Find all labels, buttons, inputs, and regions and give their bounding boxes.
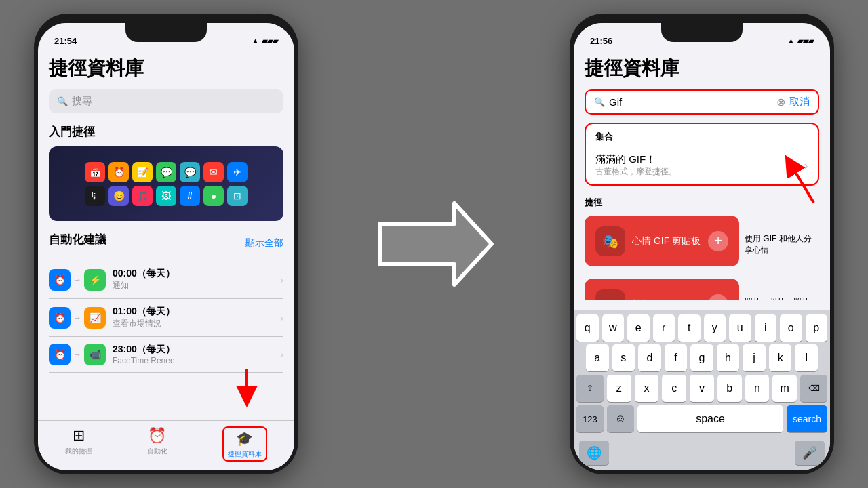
key-g[interactable]: g: [690, 344, 713, 371]
key-d[interactable]: d: [638, 344, 661, 371]
tab-my-shortcuts[interactable]: ⊞ 我的捷徑: [65, 426, 92, 456]
key-space-label: space: [696, 413, 725, 425]
key-s[interactable]: s: [612, 344, 635, 371]
left-library-title: 捷徑資料庫: [49, 56, 283, 81]
collection-item-title: 滿滿的 GIF！: [595, 153, 804, 166]
key-n[interactable]: n: [745, 375, 770, 402]
suggestions-title: 自動化建議: [49, 232, 106, 247]
suggestion-2-icons: ⏰ → 📹: [49, 344, 106, 365]
key-delete[interactable]: ⌫: [800, 375, 827, 402]
keyboard-row-2: a s d f g h j k l: [574, 344, 830, 375]
key-t[interactable]: t: [678, 314, 701, 342]
right-time: 21:56: [590, 36, 612, 46]
key-q[interactable]: q: [576, 314, 599, 342]
suggestion-1-icons: ⏰ → 📈: [49, 307, 106, 329]
key-y[interactable]: y: [704, 314, 726, 342]
key-u[interactable]: u: [729, 314, 751, 342]
suggestion-2-chevron: ›: [280, 349, 283, 360]
key-r[interactable]: r: [653, 314, 675, 342]
keyboard-row-3: ⇧ z x c v b n m ⌫: [574, 375, 830, 405]
key-space[interactable]: space: [637, 405, 783, 432]
shortcut-row-0: 🎭 心情 GIF 剪貼板 + 使用 GIF 和他人分享心情: [585, 216, 819, 273]
keyboard-row-3-inner: z x c v b n m: [607, 375, 797, 402]
show-all-button[interactable]: 顯示全部: [245, 237, 283, 249]
app-icon-notes: 📝: [132, 162, 153, 182]
suggestion-0-icons: ⏰ → ⚡: [49, 269, 106, 291]
app-icon-phone: 💬: [180, 162, 200, 182]
left-search-text: 搜尋: [72, 95, 92, 108]
key-c[interactable]: c: [662, 375, 686, 402]
key-globe[interactable]: 🌐: [579, 441, 609, 465]
shortcut-0-add[interactable]: +: [708, 231, 728, 251]
key-p[interactable]: p: [806, 314, 828, 342]
cancel-button[interactable]: 取消: [789, 96, 810, 108]
key-z[interactable]: z: [607, 375, 631, 402]
suggestion-0-info: 00:00（每天） 通知: [113, 268, 280, 291]
suggestion-1-desc: 查看市場情況: [113, 318, 280, 329]
key-l[interactable]: l: [795, 344, 818, 371]
clear-button[interactable]: ⊗: [776, 96, 785, 108]
key-x[interactable]: x: [635, 375, 659, 402]
shortcut-0-side-text: 使用 GIF 和他人分享心情: [745, 233, 819, 256]
key-j[interactable]: j: [743, 344, 766, 371]
suggestion-0-icon2: ⚡: [84, 269, 106, 291]
tab-gallery[interactable]: 🎓 捷徑資料庫: [222, 426, 267, 462]
right-phone-screen: 21:56 ▲ ▰▰▰ 捷徑資料庫 🔍 Gif ⊗ 取消 集合: [574, 23, 830, 470]
key-m[interactable]: m: [772, 375, 797, 402]
key-e[interactable]: e: [627, 314, 650, 342]
key-k[interactable]: k: [769, 344, 792, 371]
key-shift[interactable]: ⇧: [576, 375, 604, 402]
left-notch: [125, 23, 207, 42]
key-search[interactable]: search: [787, 405, 827, 432]
app-icon-messages: 💬: [156, 162, 176, 182]
right-search-text: Gif: [609, 96, 622, 108]
suggestion-item-0[interactable]: ⏰ → ⚡ 00:00（每天） 通知 ›: [49, 261, 283, 299]
key-f[interactable]: f: [665, 344, 688, 371]
suggestion-1-icon2: 📈: [84, 307, 106, 329]
suggestion-item-1[interactable]: ⏰ → 📈 01:00（每天） 查看市場情況 ›: [49, 299, 283, 337]
key-w[interactable]: w: [602, 314, 625, 342]
left-main-content: 捷徑資料庫 🔍 搜尋 入門捷徑 📅 ⏰ 📝 💬 💬: [38, 53, 294, 420]
key-h[interactable]: h: [717, 344, 740, 371]
left-wifi-icon: ▲: [252, 37, 259, 45]
tab-gallery-label: 捷徑資料庫: [228, 449, 262, 459]
app-icon-reminders: ⏰: [108, 162, 129, 182]
right-status-right: ▲ ▰▰▰: [787, 37, 814, 45]
tab-automation[interactable]: ⏰ 自動化: [147, 426, 167, 456]
key-o[interactable]: o: [780, 314, 802, 342]
suggestion-0-icon1: ⏰: [49, 269, 71, 291]
app-icon-music: 🎵: [132, 186, 153, 206]
shortcut-card-0[interactable]: 🎭 心情 GIF 剪貼板 +: [585, 216, 739, 266]
tab-gallery-icon: 🎓: [235, 429, 254, 448]
key-emoji[interactable]: ☺: [607, 405, 634, 432]
key-numbers[interactable]: 123: [576, 405, 604, 432]
left-search-bar[interactable]: 🔍 搜尋: [49, 89, 283, 113]
left-battery-icon: ▰▰▰: [262, 37, 278, 45]
app-icon-hash: #: [180, 186, 200, 206]
key-i[interactable]: i: [755, 314, 777, 342]
right-wifi-icon: ▲: [787, 37, 795, 45]
key-a[interactable]: a: [586, 344, 609, 371]
app-icon-mic: 🎙: [85, 186, 105, 206]
key-v[interactable]: v: [690, 375, 714, 402]
key-search-label: search: [793, 413, 821, 424]
right-phone: 21:56 ▲ ▰▰▰ 捷徑資料庫 🔍 Gif ⊗ 取消 集合: [570, 14, 834, 474]
keyboard-globe-mic-row: 🌐 🎤: [574, 438, 830, 470]
key-b[interactable]: b: [717, 375, 742, 402]
app-icon-square: ⊡: [227, 186, 248, 206]
collection-item-sub: 古董格式，摩登捷徑。: [595, 166, 804, 178]
shortcut-row-1: 📷 拍攝 GIF + 照片＋照片＋照片＝GIF 動畫！: [585, 279, 819, 300]
suggestion-2-info: 23:00（每天） FaceTime Renee: [113, 344, 280, 365]
left-status-right: ▲ ▰▰▰: [252, 37, 278, 45]
right-battery-icon: ▰▰▰: [797, 37, 814, 45]
shortcut-card-1[interactable]: 📷 拍攝 GIF +: [585, 279, 739, 300]
right-search-bar-active[interactable]: 🔍 Gif ⊗ 取消: [585, 89, 819, 115]
left-tab-bar: ⊞ 我的捷徑 ⏰ 自動化 🎓 捷徑資料庫: [38, 420, 294, 470]
shortcut-1-add[interactable]: +: [708, 294, 728, 300]
app-icons-grid: 📅 ⏰ 📝 💬 💬 ✉ ✈ 🎙 😊 🎵 🖼 # ●: [79, 157, 253, 211]
suggestion-2-time: 23:00（每天）: [113, 344, 280, 356]
left-search-icon: 🔍: [57, 96, 68, 106]
key-mic[interactable]: 🎤: [795, 441, 825, 465]
scene: 21:54 ▲ ▰▰▰ 捷徑資料庫 🔍 搜尋 入門捷徑: [0, 0, 868, 488]
suggestion-0-chevron: ›: [280, 274, 283, 285]
